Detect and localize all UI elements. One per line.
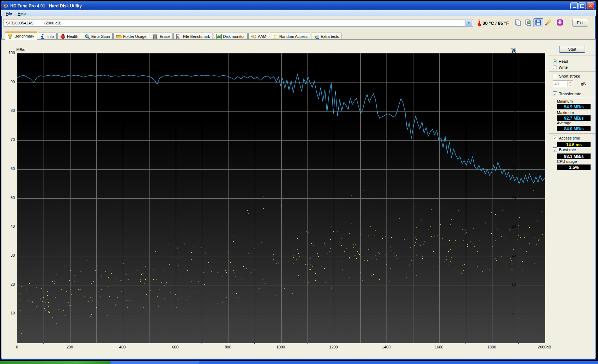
- save-icon: [535, 19, 542, 27]
- cpu-usage-value: 3.5%: [557, 164, 591, 170]
- start-menu-button[interactable]: [0, 361, 110, 364]
- start-button[interactable]: Start: [559, 46, 585, 53]
- tab-benchmark[interactable]: Benchmark: [5, 32, 37, 40]
- save-button[interactable]: [534, 18, 543, 27]
- taskbar-item[interactable]: [111, 361, 199, 364]
- x-tick: 800: [219, 345, 237, 349]
- burst-rate-row[interactable]: ✓ Burst rate: [553, 147, 576, 152]
- y-right-tick: 15: [512, 253, 516, 257]
- burst-rate-value: 93.1 MB/s: [557, 153, 591, 159]
- tab-error-scan[interactable]: Error Scan: [82, 33, 113, 40]
- tab-info[interactable]: Info: [38, 33, 57, 40]
- maximum-label: Maximum: [557, 110, 574, 115]
- y-left-tick: 100: [3, 51, 15, 55]
- close-button[interactable]: ✕: [587, 2, 594, 9]
- erase-icon: [153, 34, 158, 39]
- y-right-tick: 30: [512, 166, 516, 171]
- burst-rate-label: Burst rate: [559, 148, 576, 152]
- y-left-tick: 20: [3, 282, 15, 286]
- write-radio[interactable]: [553, 65, 557, 69]
- tab-label: Info: [47, 34, 54, 39]
- burst-rate-checkbox[interactable]: ✓: [553, 147, 557, 152]
- read-label: Read: [559, 59, 568, 63]
- options-icon: [545, 19, 552, 27]
- spinner-down-icon[interactable]: ▼: [568, 84, 573, 87]
- transfer-rate-checkbox[interactable]: ✓: [553, 91, 557, 96]
- copy-text-button[interactable]: [513, 18, 523, 27]
- extra-tests-icon: [314, 34, 319, 39]
- random-access-icon: [273, 34, 278, 39]
- tab-aam[interactable]: AAM: [248, 33, 269, 40]
- capture-button[interactable]: [555, 18, 565, 27]
- transfer-rate-row[interactable]: ✓ Transfer rate: [553, 91, 581, 96]
- tab-random-access[interactable]: Random Access: [270, 33, 310, 40]
- short-stroke-checkbox[interactable]: [553, 74, 557, 78]
- exit-button[interactable]: Exit: [572, 19, 588, 27]
- disk-monitor-icon: [216, 34, 222, 39]
- folder-icon: [116, 34, 122, 39]
- spinner-up-icon[interactable]: ▲: [568, 81, 573, 84]
- x-minor-tick: [96, 343, 96, 344]
- y-right-tick: 40: [512, 108, 516, 113]
- maximum-value: 92.7 MB/s: [557, 115, 591, 121]
- x-tick: 400: [114, 345, 131, 349]
- tab-label: Random Access: [280, 34, 308, 39]
- tab-folder-usage[interactable]: Folder Usage: [113, 33, 149, 40]
- y-left-tick: 50: [3, 195, 15, 200]
- tab-label: Benchmark: [15, 34, 34, 38]
- y-left-axis-title: MB/s: [16, 47, 25, 52]
- short-stroke-row[interactable]: Short stroke: [553, 74, 580, 78]
- temperature-indicator: 30 °C / 86 °F: [478, 19, 509, 27]
- chart-canvas: [17, 53, 545, 343]
- chevron-down-icon[interactable]: ▼: [466, 20, 472, 27]
- tab-file-benchmark[interactable]: File Benchmark: [173, 33, 213, 40]
- y-right-tick: 10: [512, 282, 516, 286]
- y-left-tick: 40: [3, 224, 15, 228]
- restore-button[interactable]: [579, 2, 586, 9]
- tab-extra-tests[interactable]: Extra tests: [311, 33, 342, 40]
- x-minor-tick: [254, 343, 255, 344]
- tab-label: Health: [67, 34, 78, 39]
- minimize-button[interactable]: [570, 2, 578, 9]
- tab-label: AAM: [258, 34, 266, 39]
- x-tick: 2000gB: [536, 345, 553, 349]
- menu-help[interactable]: Help: [15, 11, 29, 16]
- cpu-usage-label: CPU usage: [557, 159, 577, 164]
- access-time-value: 14.6 ms: [557, 142, 591, 148]
- taskbar[interactable]: [0, 361, 598, 364]
- x-tick: 1200: [325, 345, 342, 349]
- x-tick: 1000: [272, 345, 290, 349]
- write-label: Write: [559, 65, 568, 69]
- x-tick: 200: [61, 345, 79, 349]
- write-radio-row[interactable]: Write: [553, 65, 568, 69]
- short-stroke-spinner[interactable]: 40 ▲▼: [553, 80, 573, 87]
- average-value: 84.0 MB/s: [557, 126, 591, 132]
- menu-file[interactable]: File: [3, 11, 15, 16]
- tab-erase[interactable]: Erase: [150, 33, 173, 40]
- drive-select[interactable]: ST32000542AS (2000 gB) ▼: [4, 19, 473, 27]
- access-time-row[interactable]: ✓ Access time: [553, 136, 580, 140]
- temperature-value: 30 °C / 86 °F: [483, 21, 509, 26]
- tab-health[interactable]: Health: [57, 33, 81, 40]
- y-left-tick: 30: [3, 253, 15, 257]
- tab-disk-monitor[interactable]: Disk monitor: [214, 33, 248, 40]
- read-radio[interactable]: [553, 59, 557, 63]
- tab-label: Disk monitor: [223, 34, 245, 39]
- average-label: Average: [557, 121, 571, 125]
- file-benchmark-icon: [176, 34, 181, 39]
- y-right-tick: 35: [512, 137, 516, 142]
- y-right-tick: 5: [512, 311, 514, 315]
- separator: [549, 97, 596, 98]
- x-minor-tick: [149, 343, 149, 344]
- drive-model: ST32000542AS: [6, 21, 44, 25]
- copy-text-icon: [514, 19, 521, 27]
- copy-image-button[interactable]: [523, 18, 533, 27]
- read-radio-row[interactable]: Read: [553, 59, 568, 63]
- x-tick: 1400: [377, 345, 395, 349]
- access-time-checkbox[interactable]: ✓: [553, 136, 557, 140]
- x-minor-tick: [413, 343, 413, 344]
- short-stroke-unit: gB: [581, 82, 586, 86]
- options-button[interactable]: [543, 18, 553, 27]
- y-left-tick: 70: [3, 137, 15, 142]
- y-left-tick: 10: [3, 311, 15, 315]
